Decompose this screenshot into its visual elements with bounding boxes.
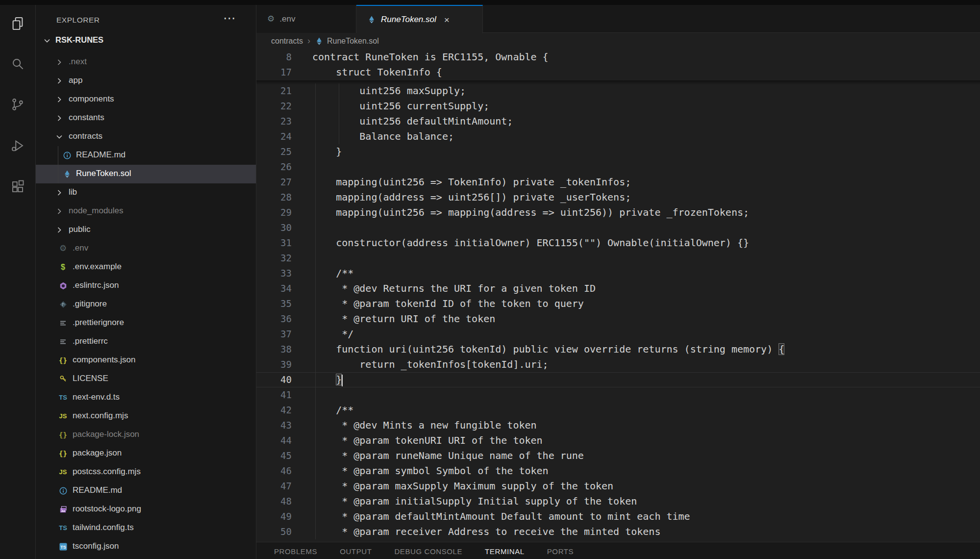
tree-item--next[interactable]: .next [36, 53, 256, 72]
braces-icon: {} [58, 430, 68, 439]
tree-item-contracts[interactable]: contracts [36, 127, 256, 146]
tree-item-license[interactable]: LICENSE [36, 370, 256, 388]
tab--env[interactable]: ⚙.env [256, 5, 356, 33]
line-number: 37 [256, 327, 292, 342]
chevron-down-icon [55, 132, 63, 141]
tree-item-runetoken-sol[interactable]: RuneToken.sol [36, 165, 256, 183]
code-text: * @param maxSupply Maximum supply of the… [312, 479, 613, 494]
js-icon: JS [58, 411, 68, 421]
chevron-right-icon [55, 76, 63, 85]
code-line-44: 44 * @param tokenURI URI of the token [256, 433, 980, 448]
line-number: 38 [256, 342, 292, 357]
tab-runetoken-sol[interactable]: RuneToken.sol × [356, 5, 483, 33]
key-icon [58, 374, 68, 383]
tree-item--env-example[interactable]: $ .env.example [36, 258, 256, 277]
tree-item--gitignore[interactable]: .gitignore [36, 295, 256, 314]
code-line-24: 24 Balance balance; [256, 129, 980, 144]
panel-tab-debug-console[interactable]: DEBUG CONSOLE [394, 547, 462, 556]
activity-item-source-control[interactable] [7, 94, 28, 115]
tree-item-next-config-mjs[interactable]: JS next.config.mjs [36, 407, 256, 426]
tree-item-readme-md[interactable]: README.md [36, 146, 256, 165]
code-text: function uri(uint256 tokenId) public vie… [312, 342, 784, 357]
code-text: mapping(address => uint256[]) private _u… [312, 190, 631, 205]
sidebar-header: EXPLORER ⋯ [36, 14, 256, 27]
code-text: * @param defaultMintAmount Default amoun… [312, 509, 690, 524]
panel-tab-ports[interactable]: PORTS [547, 547, 574, 556]
code-editor[interactable]: 21 uint256 maxSupply; 22 uint256 current… [256, 49, 980, 542]
line-number: 35 [256, 296, 292, 311]
editor-group[interactable]: ⚙.env RuneToken.sol × contracts› RuneTok… [256, 5, 980, 542]
line-number: 48 [256, 494, 292, 509]
tree-item-tsconfig-json[interactable]: TS tsconfig.json [36, 537, 256, 556]
code-line-45: 45 * @param runeName Unique name of the … [256, 448, 980, 463]
ts-solid-icon: TS [58, 542, 68, 551]
tree-item-label: RuneToken.sol [76, 169, 131, 178]
tree-item--prettierrc[interactable]: .prettierrc [36, 332, 256, 351]
line-number: 34 [256, 281, 292, 296]
line-number: 17 [256, 65, 292, 80]
line-number: 42 [256, 403, 292, 418]
tree-item--eslintrc-json[interactable]: .eslintrc.json [36, 277, 256, 295]
tab-label: RuneToken.sol [381, 15, 436, 25]
code-text: mapping(uint256 => mapping(address => ui… [312, 205, 749, 220]
code-text: struct TokenInfo { [312, 65, 442, 80]
code-line-8: 8 contract RuneToken is ERC1155, Ownable… [256, 50, 980, 65]
breadcrumb-segment[interactable]: RuneToken.sol [315, 37, 379, 46]
image-icon [58, 505, 68, 514]
activity-item-run-debug[interactable] [7, 135, 28, 156]
tree-item-package-json[interactable]: {} package.json [36, 444, 256, 463]
line-number: 24 [256, 129, 292, 144]
tree-item--env[interactable]: ⚙ .env [36, 239, 256, 258]
tree-item-components-json[interactable]: {} components.json [36, 351, 256, 370]
tree-item-readme-md[interactable]: README.md [36, 482, 256, 500]
tree-item-node-modules[interactable]: node_modules [36, 202, 256, 221]
code-line-42: 42 /** [256, 403, 980, 418]
line-number: 40 [256, 372, 292, 387]
tree-root-rsk-runes[interactable]: RSK-RUNES [36, 33, 256, 48]
ethereum-icon [62, 169, 72, 178]
code-line-36: 36 * @return URI of the token [256, 311, 980, 327]
debug-icon [10, 138, 25, 153]
line-number: 36 [256, 311, 292, 327]
lines-icon [58, 337, 68, 346]
line-number: 43 [256, 418, 292, 433]
tree-item-package-lock-json[interactable]: {} package-lock.json [36, 426, 256, 444]
tree-item--prettierignore[interactable]: .prettierignore [36, 314, 256, 332]
tree-item-label: .prettierrc [73, 336, 108, 346]
code-line-22: 22 uint256 currentSupply; [256, 99, 980, 114]
code-text: uint256 maxSupply; [312, 83, 466, 99]
activity-item-explorer[interactable] [7, 13, 28, 34]
panel-tab-problems[interactable]: PROBLEMS [274, 547, 317, 556]
code-text: * @return URI of the token [312, 311, 495, 327]
tree-item-tailwind-config-ts[interactable]: TS tailwind.config.ts [36, 519, 256, 537]
tree-item-lib[interactable]: lib [36, 183, 256, 202]
close-icon[interactable]: × [444, 15, 450, 25]
code-line-34: 34 * @dev Returns the URI for a given to… [256, 281, 980, 296]
more-actions-icon[interactable]: ⋯ [223, 11, 236, 26]
tree-item-label: components [69, 94, 114, 104]
tree-item-components[interactable]: components [36, 90, 256, 109]
tree-item-label: constants [69, 113, 104, 123]
source-control-icon [10, 97, 25, 112]
line-number: 31 [256, 235, 292, 251]
tree-item-public[interactable]: public [36, 221, 256, 239]
chevron-down-icon [43, 36, 51, 45]
code-text: * @param runeName Unique name of the run… [312, 448, 584, 463]
line-number: 45 [256, 448, 292, 463]
tree-item-app[interactable]: app [36, 72, 256, 90]
code-line-46: 46 * @param symbol Symbol of the token [256, 463, 980, 479]
panel-tab-terminal[interactable]: TERMINAL [485, 547, 525, 556]
tree-item-label: .env.example [73, 262, 122, 272]
activity-item-extensions[interactable] [7, 176, 28, 197]
code-line-33: 33 /** [256, 266, 980, 281]
code-text: * @param tokenId ID of the token to quer… [312, 296, 584, 311]
tree-item-rootstock-logo-png[interactable]: rootstock-logo.png [36, 500, 256, 519]
tree-item-postcss-config-mjs[interactable]: JS postcss.config.mjs [36, 463, 256, 482]
breadcrumb-segment[interactable]: contracts [271, 37, 303, 46]
activity-item-search[interactable] [7, 53, 28, 75]
tree-item-constants[interactable]: constants [36, 109, 256, 127]
code-line-37: 37 */ [256, 327, 980, 342]
panel-tab-output[interactable]: OUTPUT [340, 547, 372, 556]
tree-item-next-env-d-ts[interactable]: TS next-env.d.ts [36, 388, 256, 407]
code-line-41: 41 [256, 387, 980, 403]
